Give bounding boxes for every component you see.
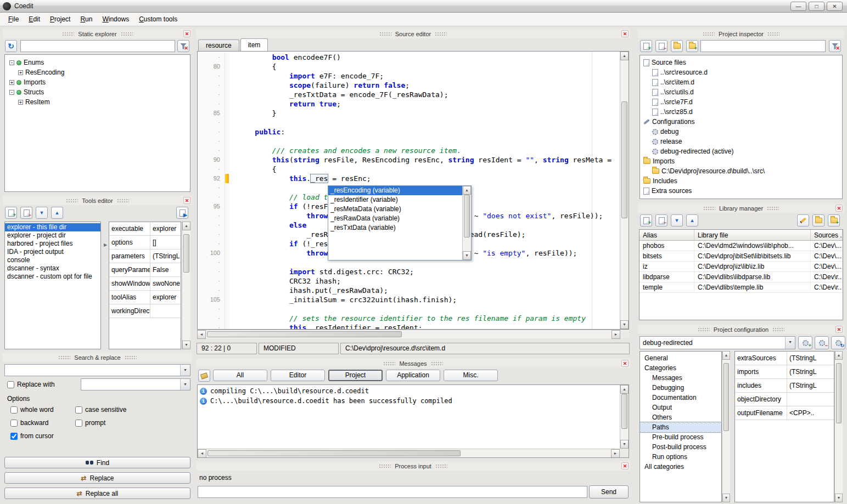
completion-item[interactable]: _resIdentifier (variable) <box>328 195 462 205</box>
add-configuration-button[interactable]: + <box>798 336 812 349</box>
close-button[interactable]: ✕ <box>827 2 843 11</box>
message-line[interactable]: iC:\...\build\resource.d.coedit has been… <box>198 396 619 406</box>
completion-item[interactable]: _resRawData (variable) <box>328 214 462 223</box>
scroll-thumb[interactable] <box>464 195 470 237</box>
close-panel-button[interactable]: ✕ <box>183 30 190 37</box>
scroll-arrow-icon[interactable]: ▼ <box>463 251 471 260</box>
column-header-library-file[interactable]: Library file <box>694 230 811 240</box>
inspector-item-src-e7f-d[interactable]: ..\src\e7F.d <box>640 97 842 107</box>
property-value[interactable]: False <box>150 263 181 276</box>
close-panel-button[interactable]: ✕ <box>835 205 843 212</box>
clone-tool-button[interactable]: ▶ <box>176 207 188 219</box>
dock-grip[interactable] <box>703 32 715 36</box>
column-header-alias[interactable]: Alias <box>640 230 694 240</box>
close-panel-button[interactable]: ✕ <box>621 462 629 469</box>
dock-grip[interactable] <box>121 32 133 36</box>
dock-grip[interactable] <box>767 32 779 36</box>
open-library-file-button[interactable] <box>812 214 824 226</box>
scroll-thumb[interactable] <box>621 101 627 218</box>
filter-button[interactable]: ✕ <box>177 40 189 52</box>
scroll-arrow-icon[interactable]: ▼ <box>835 494 843 502</box>
property-value[interactable]: (TStringL <box>150 250 181 263</box>
checkbox-whole-word[interactable]: whole word <box>10 405 75 415</box>
inspector-item-debug[interactable]: debug <box>640 127 842 137</box>
menu-file[interactable]: File <box>3 13 24 25</box>
library-row-iz[interactable]: izC:\Dev\dproj\iz\lib\iz.libC:\Dev\... <box>640 262 843 272</box>
grid-splitter[interactable]: ▶ <box>102 222 109 349</box>
property-value[interactable]: swoNone <box>150 277 181 290</box>
scroll-arrow-icon[interactable]: ▲ <box>835 351 843 360</box>
tree-item-resencoding[interactable]: +ResEncoding <box>5 67 190 77</box>
remove-source-button[interactable]: − <box>655 40 667 52</box>
menu-custom-tools[interactable]: Custom tools <box>134 13 182 25</box>
close-panel-button[interactable]: ✕ <box>621 360 629 367</box>
scroll-thumb[interactable] <box>207 331 402 337</box>
checkbox-input-case-sensitive[interactable] <box>75 406 82 414</box>
minimize-button[interactable]: — <box>790 2 806 11</box>
replace-with-checkbox[interactable]: Replace with <box>7 380 55 389</box>
menu-edit[interactable]: Edit <box>24 13 45 25</box>
filter-misc[interactable]: Misc. <box>444 370 498 381</box>
dropdown-arrow-icon[interactable]: ▼ <box>180 379 190 390</box>
move-library-up-button[interactable]: ▲ <box>686 214 698 226</box>
add-library-button[interactable]: + <box>640 214 652 226</box>
menu-project[interactable]: Project <box>45 13 75 25</box>
tree-item-enums[interactable]: -Enums <box>5 58 190 67</box>
property-value[interactable]: explorer <box>150 291 181 304</box>
replace-with-checkbox-input[interactable] <box>7 381 14 388</box>
filter-application[interactable]: Application <box>386 370 440 381</box>
clone-configuration-button[interactable]: ↻ <box>831 336 845 349</box>
remove-library-button[interactable]: − <box>655 214 667 226</box>
scroll-arrow-icon[interactable]: ▲ <box>182 222 190 230</box>
inspector-item-debug-redirected-active[interactable]: debug-redirected (active) <box>640 146 842 156</box>
library-row-bitsets[interactable]: bitsetsC:\Dev\dproj\bitSet\lib\bitsets.l… <box>640 251 843 262</box>
scroll-arrow-icon[interactable]: ▼ <box>620 320 629 329</box>
tree-item-imports[interactable]: +Imports <box>5 77 190 87</box>
inspector-item-imports[interactable]: Imports <box>640 156 842 166</box>
category-messages[interactable]: Messages <box>640 373 721 383</box>
scroll-arrow-icon[interactable]: ◄ <box>197 330 206 339</box>
category-all-categories[interactable]: All categories <box>640 462 721 472</box>
scroll-thumb[interactable] <box>621 394 627 429</box>
checkbox-input-backward[interactable] <box>10 420 18 427</box>
close-panel-button[interactable]: ✕ <box>835 326 843 333</box>
library-table[interactable]: AliasLibrary fileSources ... phobosC:\De… <box>639 229 843 320</box>
property-value[interactable]: (TStringL <box>787 379 834 392</box>
category-debugging[interactable]: Debugging <box>640 383 721 393</box>
dropdown-arrow-icon[interactable]: ▼ <box>785 337 795 349</box>
inspector-item-src-item-d[interactable]: ..\src\item.d <box>640 77 842 87</box>
inspector-item-configurations[interactable]: Configurations <box>640 117 842 127</box>
inspector-item-src-z85-d[interactable]: ..\src\z85.d <box>640 107 842 117</box>
tool-item-dscanner-custom-opt-for-file[interactable]: dscanner - custom opt for file <box>5 273 100 281</box>
library-row-libdparse[interactable]: libdparseC:\Dev\dlibs\libdparse.libC:\De… <box>640 272 843 282</box>
scroll-arrow-icon[interactable]: ▼ <box>620 440 629 449</box>
category-post-build-process[interactable]: Post-build process <box>640 442 721 452</box>
move-tool-down-button[interactable]: ▼ <box>36 207 48 219</box>
inspector-filter-input[interactable] <box>700 40 826 52</box>
dock-grip[interactable] <box>698 327 710 332</box>
menu-run[interactable]: Run <box>75 13 97 25</box>
inspector-item-src-utils-d[interactable]: ..\src\utils.d <box>640 87 842 97</box>
filter-project[interactable]: Project <box>328 370 383 381</box>
inspector-item-extra-sources[interactable]: Extra sources <box>640 186 842 196</box>
library-row-phobos[interactable]: phobosC:\Dev\dmd2\windows\lib\phob...C:\… <box>640 241 843 251</box>
tree-item-resitem[interactable]: +ResItem <box>5 97 190 107</box>
tool-item-explorer-this-file-dir[interactable]: explorer - this file dir <box>5 223 100 231</box>
category-run-options[interactable]: Run options <box>640 452 721 462</box>
tree-toggle-icon[interactable]: + <box>18 100 23 105</box>
find-button[interactable]: Find <box>4 457 190 468</box>
category-general[interactable]: General <box>640 353 721 363</box>
inspector-item-source-files[interactable]: Source files <box>640 58 842 67</box>
checkbox-from-cursor[interactable]: from cursor <box>10 431 75 441</box>
dock-grip[interactable] <box>58 355 70 360</box>
inspector-item-src-resource-d[interactable]: ..\src\resource.d <box>640 67 842 77</box>
property-value[interactable]: [] <box>150 236 181 249</box>
dock-grip[interactable] <box>703 206 715 211</box>
message-log[interactable]: icompiling C:\...\build\resource.d.coedi… <box>197 384 629 458</box>
tools-grid-scrollbar[interactable]: ▲▼ <box>182 222 190 349</box>
completion-scrollbar[interactable]: ▲▼ <box>462 186 471 260</box>
close-panel-button[interactable]: ✕ <box>183 197 190 204</box>
inspector-item-c-dev-dproj-resource-d-build-src[interactable]: C:\Dev\dproj\resource.d\build\..\src\ <box>640 166 842 176</box>
dock-grip[interactable] <box>767 206 779 211</box>
checkbox-case-sensitive[interactable]: case sensitive <box>75 405 186 415</box>
